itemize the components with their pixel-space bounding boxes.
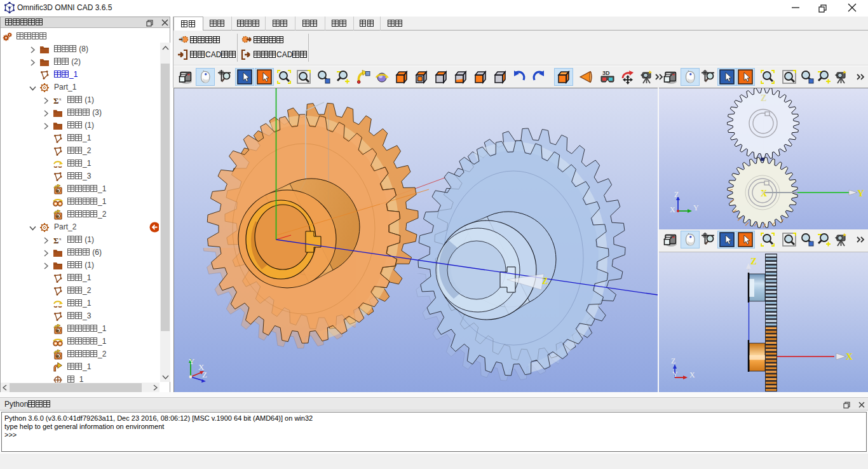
svg-text:Y: Y: [693, 203, 699, 212]
svg-text:Y: Y: [189, 357, 195, 366]
svg-text:Z: Z: [674, 190, 679, 199]
svg-text:Y: Y: [672, 370, 678, 379]
svg-text:Y: Y: [857, 188, 864, 198]
svg-text:Z: Z: [671, 357, 675, 365]
svg-text:Z: Z: [761, 93, 766, 103]
svg-text:Z: Z: [202, 370, 207, 379]
svg-text:X: X: [761, 189, 767, 198]
svg-text:X: X: [689, 370, 695, 379]
svg-text:Z: Z: [542, 276, 548, 286]
svg-text:X: X: [846, 351, 853, 362]
svg-text:X: X: [670, 205, 675, 214]
svg-text:Z: Z: [750, 256, 757, 266]
